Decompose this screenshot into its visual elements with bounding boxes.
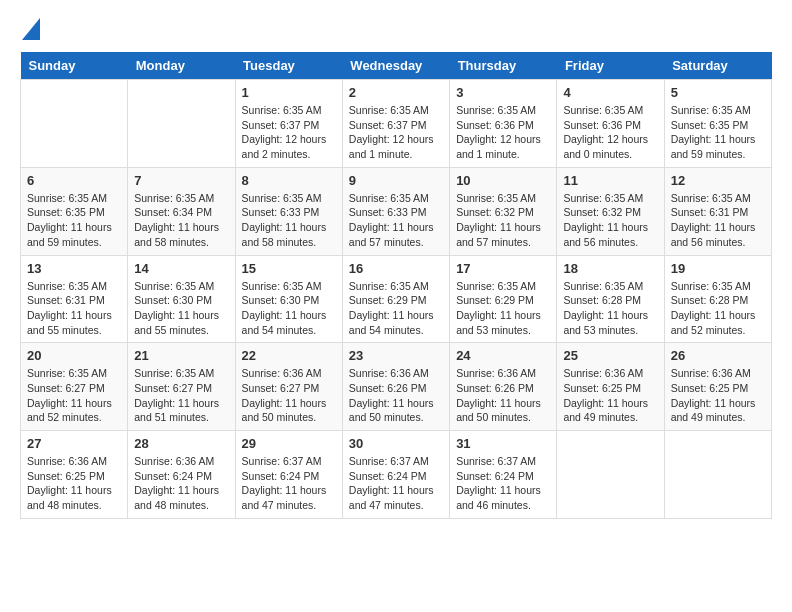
week-row-1: 1Sunrise: 6:35 AM Sunset: 6:37 PM Daylig… [21, 80, 772, 168]
day-cell: 23Sunrise: 6:36 AM Sunset: 6:26 PM Dayli… [342, 343, 449, 431]
day-cell: 21Sunrise: 6:35 AM Sunset: 6:27 PM Dayli… [128, 343, 235, 431]
day-detail: Sunrise: 6:36 AM Sunset: 6:25 PM Dayligh… [671, 366, 765, 425]
header-cell-tuesday: Tuesday [235, 52, 342, 80]
day-number: 8 [242, 173, 336, 188]
svg-marker-0 [22, 18, 40, 40]
day-number: 4 [563, 85, 657, 100]
day-cell: 8Sunrise: 6:35 AM Sunset: 6:33 PM Daylig… [235, 167, 342, 255]
day-detail: Sunrise: 6:35 AM Sunset: 6:29 PM Dayligh… [349, 279, 443, 338]
day-number: 3 [456, 85, 550, 100]
day-cell: 26Sunrise: 6:36 AM Sunset: 6:25 PM Dayli… [664, 343, 771, 431]
day-number: 13 [27, 261, 121, 276]
day-cell: 13Sunrise: 6:35 AM Sunset: 6:31 PM Dayli… [21, 255, 128, 343]
day-detail: Sunrise: 6:35 AM Sunset: 6:33 PM Dayligh… [242, 191, 336, 250]
day-number: 17 [456, 261, 550, 276]
day-cell: 29Sunrise: 6:37 AM Sunset: 6:24 PM Dayli… [235, 431, 342, 519]
day-number: 26 [671, 348, 765, 363]
day-number: 19 [671, 261, 765, 276]
day-detail: Sunrise: 6:35 AM Sunset: 6:28 PM Dayligh… [671, 279, 765, 338]
day-number: 7 [134, 173, 228, 188]
day-cell: 7Sunrise: 6:35 AM Sunset: 6:34 PM Daylig… [128, 167, 235, 255]
page-header [20, 20, 772, 36]
day-cell [557, 431, 664, 519]
calendar-header: SundayMondayTuesdayWednesdayThursdayFrid… [21, 52, 772, 80]
day-detail: Sunrise: 6:35 AM Sunset: 6:34 PM Dayligh… [134, 191, 228, 250]
day-detail: Sunrise: 6:37 AM Sunset: 6:24 PM Dayligh… [456, 454, 550, 513]
day-cell: 20Sunrise: 6:35 AM Sunset: 6:27 PM Dayli… [21, 343, 128, 431]
day-detail: Sunrise: 6:36 AM Sunset: 6:25 PM Dayligh… [27, 454, 121, 513]
day-detail: Sunrise: 6:35 AM Sunset: 6:30 PM Dayligh… [134, 279, 228, 338]
day-number: 6 [27, 173, 121, 188]
day-number: 12 [671, 173, 765, 188]
week-row-3: 13Sunrise: 6:35 AM Sunset: 6:31 PM Dayli… [21, 255, 772, 343]
day-cell [664, 431, 771, 519]
day-cell: 3Sunrise: 6:35 AM Sunset: 6:36 PM Daylig… [450, 80, 557, 168]
day-number: 16 [349, 261, 443, 276]
day-detail: Sunrise: 6:35 AM Sunset: 6:32 PM Dayligh… [563, 191, 657, 250]
day-detail: Sunrise: 6:35 AM Sunset: 6:29 PM Dayligh… [456, 279, 550, 338]
day-number: 1 [242, 85, 336, 100]
day-cell: 28Sunrise: 6:36 AM Sunset: 6:24 PM Dayli… [128, 431, 235, 519]
day-detail: Sunrise: 6:36 AM Sunset: 6:27 PM Dayligh… [242, 366, 336, 425]
header-cell-monday: Monday [128, 52, 235, 80]
day-detail: Sunrise: 6:35 AM Sunset: 6:31 PM Dayligh… [27, 279, 121, 338]
day-cell: 27Sunrise: 6:36 AM Sunset: 6:25 PM Dayli… [21, 431, 128, 519]
day-number: 11 [563, 173, 657, 188]
day-cell [128, 80, 235, 168]
day-cell: 9Sunrise: 6:35 AM Sunset: 6:33 PM Daylig… [342, 167, 449, 255]
day-cell: 2Sunrise: 6:35 AM Sunset: 6:37 PM Daylig… [342, 80, 449, 168]
day-cell: 10Sunrise: 6:35 AM Sunset: 6:32 PM Dayli… [450, 167, 557, 255]
day-number: 15 [242, 261, 336, 276]
day-number: 21 [134, 348, 228, 363]
day-number: 2 [349, 85, 443, 100]
week-row-5: 27Sunrise: 6:36 AM Sunset: 6:25 PM Dayli… [21, 431, 772, 519]
day-detail: Sunrise: 6:36 AM Sunset: 6:26 PM Dayligh… [349, 366, 443, 425]
day-detail: Sunrise: 6:36 AM Sunset: 6:26 PM Dayligh… [456, 366, 550, 425]
day-number: 27 [27, 436, 121, 451]
day-detail: Sunrise: 6:35 AM Sunset: 6:37 PM Dayligh… [242, 103, 336, 162]
day-cell: 12Sunrise: 6:35 AM Sunset: 6:31 PM Dayli… [664, 167, 771, 255]
calendar-body: 1Sunrise: 6:35 AM Sunset: 6:37 PM Daylig… [21, 80, 772, 519]
header-cell-wednesday: Wednesday [342, 52, 449, 80]
day-cell: 15Sunrise: 6:35 AM Sunset: 6:30 PM Dayli… [235, 255, 342, 343]
day-number: 10 [456, 173, 550, 188]
day-cell: 19Sunrise: 6:35 AM Sunset: 6:28 PM Dayli… [664, 255, 771, 343]
header-cell-saturday: Saturday [664, 52, 771, 80]
day-cell: 30Sunrise: 6:37 AM Sunset: 6:24 PM Dayli… [342, 431, 449, 519]
day-number: 9 [349, 173, 443, 188]
day-cell: 11Sunrise: 6:35 AM Sunset: 6:32 PM Dayli… [557, 167, 664, 255]
day-detail: Sunrise: 6:35 AM Sunset: 6:36 PM Dayligh… [563, 103, 657, 162]
day-cell: 1Sunrise: 6:35 AM Sunset: 6:37 PM Daylig… [235, 80, 342, 168]
day-number: 25 [563, 348, 657, 363]
logo-bird-icon [22, 18, 40, 40]
day-number: 5 [671, 85, 765, 100]
day-detail: Sunrise: 6:35 AM Sunset: 6:33 PM Dayligh… [349, 191, 443, 250]
header-row: SundayMondayTuesdayWednesdayThursdayFrid… [21, 52, 772, 80]
header-cell-friday: Friday [557, 52, 664, 80]
day-cell [21, 80, 128, 168]
day-detail: Sunrise: 6:35 AM Sunset: 6:35 PM Dayligh… [27, 191, 121, 250]
day-detail: Sunrise: 6:35 AM Sunset: 6:37 PM Dayligh… [349, 103, 443, 162]
day-detail: Sunrise: 6:36 AM Sunset: 6:25 PM Dayligh… [563, 366, 657, 425]
day-detail: Sunrise: 6:35 AM Sunset: 6:30 PM Dayligh… [242, 279, 336, 338]
week-row-4: 20Sunrise: 6:35 AM Sunset: 6:27 PM Dayli… [21, 343, 772, 431]
day-detail: Sunrise: 6:36 AM Sunset: 6:24 PM Dayligh… [134, 454, 228, 513]
day-detail: Sunrise: 6:37 AM Sunset: 6:24 PM Dayligh… [349, 454, 443, 513]
day-cell: 16Sunrise: 6:35 AM Sunset: 6:29 PM Dayli… [342, 255, 449, 343]
day-detail: Sunrise: 6:35 AM Sunset: 6:27 PM Dayligh… [27, 366, 121, 425]
day-number: 22 [242, 348, 336, 363]
day-detail: Sunrise: 6:35 AM Sunset: 6:36 PM Dayligh… [456, 103, 550, 162]
day-number: 30 [349, 436, 443, 451]
day-number: 18 [563, 261, 657, 276]
day-detail: Sunrise: 6:35 AM Sunset: 6:27 PM Dayligh… [134, 366, 228, 425]
day-cell: 14Sunrise: 6:35 AM Sunset: 6:30 PM Dayli… [128, 255, 235, 343]
day-cell: 31Sunrise: 6:37 AM Sunset: 6:24 PM Dayli… [450, 431, 557, 519]
day-number: 24 [456, 348, 550, 363]
day-cell: 4Sunrise: 6:35 AM Sunset: 6:36 PM Daylig… [557, 80, 664, 168]
day-cell: 17Sunrise: 6:35 AM Sunset: 6:29 PM Dayli… [450, 255, 557, 343]
day-number: 14 [134, 261, 228, 276]
header-cell-thursday: Thursday [450, 52, 557, 80]
day-cell: 18Sunrise: 6:35 AM Sunset: 6:28 PM Dayli… [557, 255, 664, 343]
day-detail: Sunrise: 6:35 AM Sunset: 6:32 PM Dayligh… [456, 191, 550, 250]
day-number: 31 [456, 436, 550, 451]
